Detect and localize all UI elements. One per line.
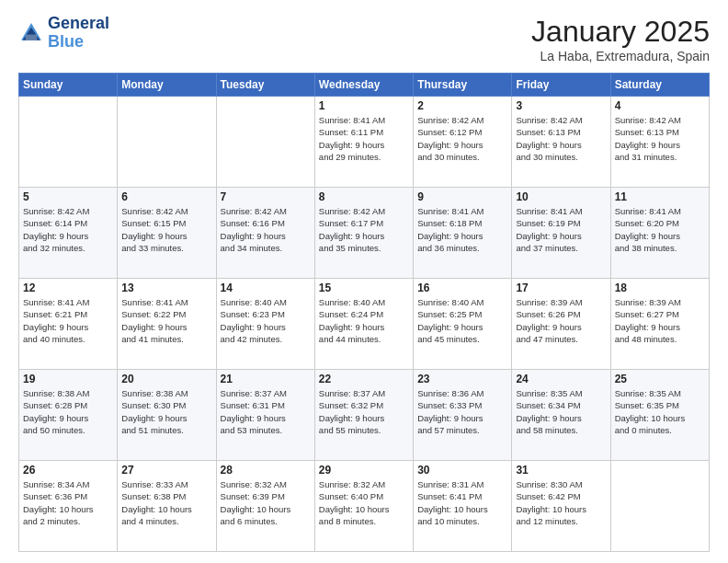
calendar-cell: 23Sunrise: 8:36 AM Sunset: 6:33 PM Dayli… xyxy=(414,370,512,461)
day-number: 25 xyxy=(615,373,705,385)
location: La Haba, Extremadura, Spain xyxy=(531,49,710,63)
calendar-cell xyxy=(216,97,314,188)
calendar-cell xyxy=(118,97,216,188)
day-number: 11 xyxy=(615,190,705,203)
day-info: Sunrise: 8:40 AM Sunset: 6:24 PM Dayligh… xyxy=(319,296,409,345)
day-info: Sunrise: 8:41 AM Sunset: 6:11 PM Dayligh… xyxy=(319,114,409,163)
calendar-cell: 26Sunrise: 8:34 AM Sunset: 6:36 PM Dayli… xyxy=(19,461,118,552)
calendar-header-monday: Monday xyxy=(118,74,216,97)
day-number: 9 xyxy=(417,190,507,203)
calendar-cell: 10Sunrise: 8:41 AM Sunset: 6:19 PM Dayli… xyxy=(512,188,610,279)
day-info: Sunrise: 8:39 AM Sunset: 6:27 PM Dayligh… xyxy=(615,296,705,345)
day-number: 28 xyxy=(221,464,311,477)
calendar-cell: 24Sunrise: 8:35 AM Sunset: 6:34 PM Dayli… xyxy=(512,370,610,461)
day-number: 21 xyxy=(221,373,311,385)
day-info: Sunrise: 8:38 AM Sunset: 6:30 PM Dayligh… xyxy=(121,387,211,436)
calendar-cell: 22Sunrise: 8:37 AM Sunset: 6:32 PM Dayli… xyxy=(314,370,413,461)
day-info: Sunrise: 8:30 AM Sunset: 6:42 PM Dayligh… xyxy=(516,478,606,527)
day-number: 22 xyxy=(319,373,409,385)
day-info: Sunrise: 8:42 AM Sunset: 6:17 PM Dayligh… xyxy=(319,205,409,254)
calendar-header-friday: Friday xyxy=(512,74,610,97)
day-number: 14 xyxy=(221,282,311,294)
calendar-cell: 6Sunrise: 8:42 AM Sunset: 6:15 PM Daylig… xyxy=(118,188,216,279)
calendar-cell xyxy=(610,461,709,552)
calendar-table: SundayMondayTuesdayWednesdayThursdayFrid… xyxy=(18,73,710,552)
calendar-cell: 25Sunrise: 8:35 AM Sunset: 6:35 PM Dayli… xyxy=(610,370,709,461)
calendar-cell: 18Sunrise: 8:39 AM Sunset: 6:27 PM Dayli… xyxy=(610,279,709,370)
day-info: Sunrise: 8:41 AM Sunset: 6:22 PM Dayligh… xyxy=(121,296,211,345)
day-info: Sunrise: 8:32 AM Sunset: 6:39 PM Dayligh… xyxy=(221,478,311,527)
day-number: 18 xyxy=(615,282,705,294)
calendar-cell: 30Sunrise: 8:31 AM Sunset: 6:41 PM Dayli… xyxy=(414,461,512,552)
day-info: Sunrise: 8:33 AM Sunset: 6:38 PM Dayligh… xyxy=(121,478,211,527)
day-info: Sunrise: 8:42 AM Sunset: 6:15 PM Dayligh… xyxy=(121,205,211,254)
day-number: 2 xyxy=(417,99,507,112)
day-info: Sunrise: 8:34 AM Sunset: 6:36 PM Dayligh… xyxy=(23,478,113,527)
calendar-cell: 16Sunrise: 8:40 AM Sunset: 6:25 PM Dayli… xyxy=(414,279,512,370)
day-info: Sunrise: 8:42 AM Sunset: 6:14 PM Dayligh… xyxy=(23,205,113,254)
calendar-header-sunday: Sunday xyxy=(19,74,118,97)
calendar-cell: 14Sunrise: 8:40 AM Sunset: 6:23 PM Dayli… xyxy=(216,279,314,370)
day-info: Sunrise: 8:32 AM Sunset: 6:40 PM Dayligh… xyxy=(319,478,409,527)
day-number: 7 xyxy=(221,190,311,203)
calendar-cell: 1Sunrise: 8:41 AM Sunset: 6:11 PM Daylig… xyxy=(314,97,413,188)
calendar-header-wednesday: Wednesday xyxy=(314,74,413,97)
logo-text: General Blue xyxy=(48,15,109,52)
title-block: January 2025 La Haba, Extremadura, Spain xyxy=(531,15,710,63)
day-number: 4 xyxy=(615,99,705,112)
calendar-cell: 31Sunrise: 8:30 AM Sunset: 6:42 PM Dayli… xyxy=(512,461,610,552)
day-info: Sunrise: 8:35 AM Sunset: 6:34 PM Dayligh… xyxy=(516,387,606,436)
day-info: Sunrise: 8:42 AM Sunset: 6:13 PM Dayligh… xyxy=(615,114,705,163)
day-number: 8 xyxy=(319,190,409,203)
calendar-cell: 21Sunrise: 8:37 AM Sunset: 6:31 PM Dayli… xyxy=(216,370,314,461)
calendar-week-row: 5Sunrise: 8:42 AM Sunset: 6:14 PM Daylig… xyxy=(19,188,710,279)
calendar-cell: 12Sunrise: 8:41 AM Sunset: 6:21 PM Dayli… xyxy=(19,279,118,370)
day-info: Sunrise: 8:36 AM Sunset: 6:33 PM Dayligh… xyxy=(417,387,507,436)
day-number: 5 xyxy=(23,190,113,203)
day-info: Sunrise: 8:40 AM Sunset: 6:25 PM Dayligh… xyxy=(417,296,507,345)
calendar-cell: 19Sunrise: 8:38 AM Sunset: 6:28 PM Dayli… xyxy=(19,370,118,461)
day-number: 20 xyxy=(121,373,211,385)
day-info: Sunrise: 8:35 AM Sunset: 6:35 PM Dayligh… xyxy=(615,387,705,436)
day-number: 12 xyxy=(23,282,113,294)
calendar-cell: 5Sunrise: 8:42 AM Sunset: 6:14 PM Daylig… xyxy=(19,188,118,279)
day-info: Sunrise: 8:41 AM Sunset: 6:20 PM Dayligh… xyxy=(615,205,705,254)
day-number: 10 xyxy=(516,190,606,203)
logo: General Blue xyxy=(18,15,109,52)
day-number: 3 xyxy=(516,99,606,112)
day-number: 15 xyxy=(319,282,409,294)
calendar-cell: 7Sunrise: 8:42 AM Sunset: 6:16 PM Daylig… xyxy=(216,188,314,279)
day-info: Sunrise: 8:41 AM Sunset: 6:21 PM Dayligh… xyxy=(23,296,113,345)
calendar-cell: 20Sunrise: 8:38 AM Sunset: 6:30 PM Dayli… xyxy=(118,370,216,461)
day-info: Sunrise: 8:42 AM Sunset: 6:13 PM Dayligh… xyxy=(516,114,606,163)
day-number: 30 xyxy=(417,464,507,477)
day-info: Sunrise: 8:41 AM Sunset: 6:19 PM Dayligh… xyxy=(516,205,606,254)
calendar-cell: 2Sunrise: 8:42 AM Sunset: 6:12 PM Daylig… xyxy=(414,97,512,188)
calendar-cell: 29Sunrise: 8:32 AM Sunset: 6:40 PM Dayli… xyxy=(314,461,413,552)
day-info: Sunrise: 8:42 AM Sunset: 6:12 PM Dayligh… xyxy=(417,114,507,163)
calendar-cell xyxy=(19,97,118,188)
svg-rect-2 xyxy=(26,34,37,40)
day-number: 31 xyxy=(516,464,606,477)
calendar-week-row: 12Sunrise: 8:41 AM Sunset: 6:21 PM Dayli… xyxy=(19,279,710,370)
calendar-cell: 28Sunrise: 8:32 AM Sunset: 6:39 PM Dayli… xyxy=(216,461,314,552)
calendar-week-row: 1Sunrise: 8:41 AM Sunset: 6:11 PM Daylig… xyxy=(19,97,710,188)
calendar-header-row: SundayMondayTuesdayWednesdayThursdayFrid… xyxy=(19,74,710,97)
calendar-header-tuesday: Tuesday xyxy=(216,74,314,97)
calendar-cell: 15Sunrise: 8:40 AM Sunset: 6:24 PM Dayli… xyxy=(314,279,413,370)
calendar-header-thursday: Thursday xyxy=(414,74,512,97)
day-number: 29 xyxy=(319,464,409,477)
page: General Blue January 2025 La Haba, Extre… xyxy=(0,0,728,563)
calendar-cell: 4Sunrise: 8:42 AM Sunset: 6:13 PM Daylig… xyxy=(610,97,709,188)
day-number: 6 xyxy=(121,190,211,203)
day-number: 24 xyxy=(516,373,606,385)
calendar-week-row: 19Sunrise: 8:38 AM Sunset: 6:28 PM Dayli… xyxy=(19,370,710,461)
calendar-header-saturday: Saturday xyxy=(610,74,709,97)
day-number: 27 xyxy=(121,464,211,477)
logo-icon xyxy=(18,20,44,46)
calendar-cell: 8Sunrise: 8:42 AM Sunset: 6:17 PM Daylig… xyxy=(314,188,413,279)
day-info: Sunrise: 8:31 AM Sunset: 6:41 PM Dayligh… xyxy=(417,478,507,527)
calendar-cell: 9Sunrise: 8:41 AM Sunset: 6:18 PM Daylig… xyxy=(414,188,512,279)
calendar-cell: 13Sunrise: 8:41 AM Sunset: 6:22 PM Dayli… xyxy=(118,279,216,370)
calendar-cell: 17Sunrise: 8:39 AM Sunset: 6:26 PM Dayli… xyxy=(512,279,610,370)
